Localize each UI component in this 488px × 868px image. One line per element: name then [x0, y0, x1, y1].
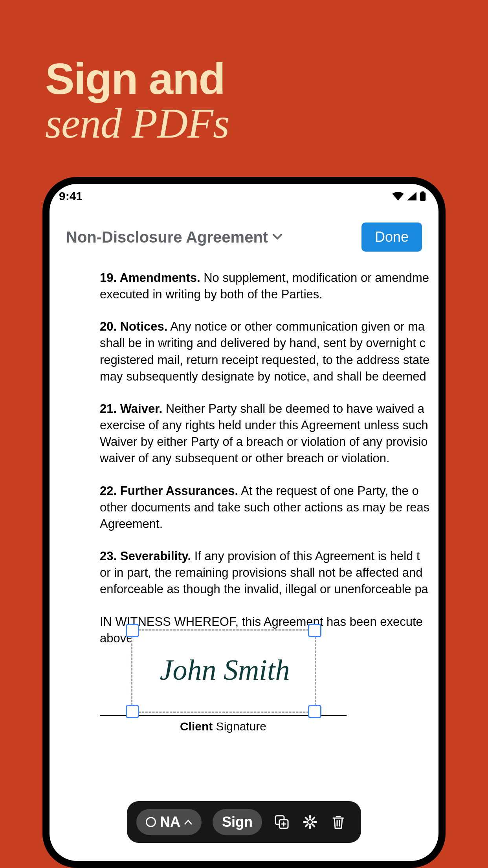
- phone-frame: 9:41 Non-Disclosure Agreement Done 19. A…: [42, 177, 446, 868]
- document-title: Non-Disclosure Agreement: [66, 228, 268, 246]
- sign-button[interactable]: Sign: [213, 809, 262, 835]
- status-bar: 9:41: [50, 184, 438, 208]
- signature-selection-box[interactable]: John Smith: [131, 629, 316, 713]
- svg-rect-1: [421, 191, 424, 193]
- delete-button[interactable]: [330, 813, 347, 831]
- svg-point-4: [308, 820, 312, 824]
- section-22: 22. Further Assurances. At the request o…: [100, 483, 438, 532]
- signature-label: Client Signature: [100, 720, 347, 733]
- resize-handle-top-right[interactable]: [308, 624, 321, 637]
- wifi-icon: [392, 192, 404, 200]
- document-content[interactable]: 19. Amendments. No supplement, modificat…: [50, 270, 438, 662]
- gear-icon: [302, 814, 318, 830]
- section-21: 21. Waiver. Neither Party shall be deeme…: [100, 401, 438, 467]
- document-title-dropdown[interactable]: Non-Disclosure Agreement: [66, 228, 282, 246]
- circle-icon: [146, 817, 156, 827]
- settings-button[interactable]: [301, 813, 319, 831]
- marketing-line-1: Sign and: [45, 57, 229, 101]
- cellular-icon: [407, 192, 416, 200]
- marketing-headline: Sign and send PDFs: [45, 57, 229, 145]
- annotation-type-label: NA: [160, 814, 180, 830]
- duplicate-button[interactable]: [273, 813, 290, 831]
- duplicate-icon: [274, 814, 290, 830]
- annotation-type-pill[interactable]: NA: [136, 809, 202, 835]
- section-19: 19. Amendments. No supplement, modificat…: [100, 270, 438, 303]
- status-icons: [392, 191, 426, 201]
- marketing-line-2: send PDFs: [45, 101, 229, 145]
- status-time: 9:41: [59, 189, 83, 203]
- app-header: Non-Disclosure Agreement Done: [50, 223, 438, 252]
- chevron-down-icon: [273, 234, 282, 240]
- section-20: 20. Notices. Any notice or other communi…: [100, 318, 438, 385]
- resize-handle-bottom-right[interactable]: [308, 705, 321, 718]
- resize-handle-bottom-left[interactable]: [126, 705, 139, 718]
- section-23: 23. Severability. If any provision of th…: [100, 548, 438, 598]
- signature-handwriting[interactable]: John Smith: [132, 653, 317, 687]
- done-button[interactable]: Done: [361, 223, 422, 252]
- phone-screen: 9:41 Non-Disclosure Agreement Done 19. A…: [50, 184, 438, 861]
- battery-icon: [420, 191, 426, 201]
- signature-toolbar: NA Sign: [127, 801, 361, 843]
- svg-rect-0: [420, 192, 426, 201]
- trash-icon: [331, 814, 346, 830]
- resize-handle-top-left[interactable]: [126, 624, 139, 637]
- chevron-up-icon: [184, 819, 192, 825]
- sign-label: Sign: [222, 814, 253, 830]
